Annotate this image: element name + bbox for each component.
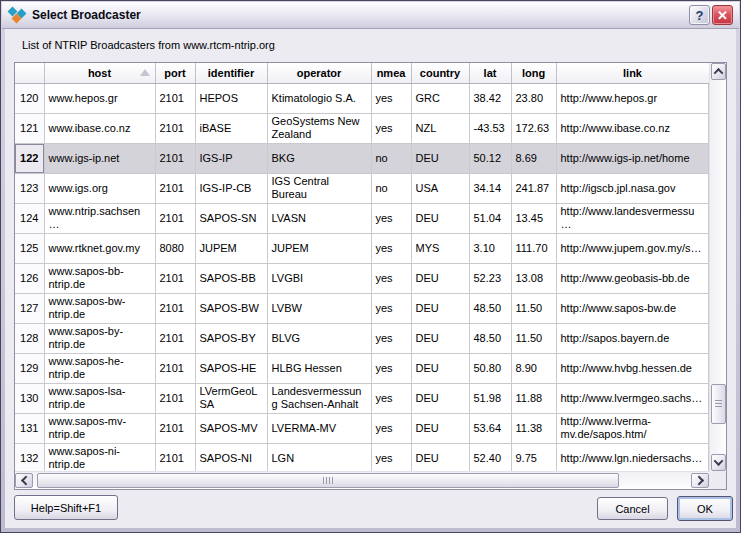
cell-nmea[interactable]: no	[371, 143, 411, 173]
cell-operator[interactable]: LVGBI	[267, 263, 371, 293]
header-identifier[interactable]: identifier	[195, 63, 267, 83]
table-row[interactable]: 130www.sapos-lsa-ntrip.de2101LVermGeoLSA…	[15, 383, 709, 413]
cell-nmea[interactable]: yes	[371, 83, 411, 113]
cell-host[interactable]: www.sapos-he-ntrip.de	[44, 353, 155, 383]
scroll-right-button[interactable]	[691, 473, 709, 488]
cell-link[interactable]: http://www.sapos-bw.de	[556, 293, 709, 323]
cell-operator[interactable]: LGN	[267, 443, 371, 471]
cell-country[interactable]: DEU	[411, 143, 469, 173]
cell-identifier[interactable]: JUPEM	[195, 233, 267, 263]
row-number[interactable]: 120	[15, 83, 44, 113]
cell-link[interactable]: http://www.lvermgeo.sachs…	[556, 383, 709, 413]
cell-country[interactable]: GRC	[411, 83, 469, 113]
row-number[interactable]: 124	[15, 203, 44, 233]
horizontal-scrollbar-thumb[interactable]	[37, 473, 619, 488]
table-row[interactable]: 132www.sapos-ni-ntrip.de2101SAPOS-NILGNy…	[15, 443, 709, 471]
row-number[interactable]: 129	[15, 353, 44, 383]
help-button[interactable]: Help=Shift+F1	[14, 495, 118, 520]
cell-long[interactable]: 11.50	[511, 293, 556, 323]
cell-nmea[interactable]: yes	[371, 323, 411, 353]
vertical-scrollbar-thumb[interactable]	[711, 384, 726, 424]
cell-identifier[interactable]: SAPOS-BY	[195, 323, 267, 353]
cell-host[interactable]: www.ibase.co.nz	[44, 113, 155, 143]
cell-long[interactable]: 172.63	[511, 113, 556, 143]
header-port[interactable]: port	[155, 63, 195, 83]
row-number[interactable]: 127	[15, 293, 44, 323]
header-lat[interactable]: lat	[469, 63, 511, 83]
cell-long[interactable]: 8.90	[511, 353, 556, 383]
row-number[interactable]: 126	[15, 263, 44, 293]
cell-host[interactable]: www.hepos.gr	[44, 83, 155, 113]
cell-long[interactable]: 11.38	[511, 413, 556, 443]
row-number[interactable]: 122	[15, 143, 44, 173]
cell-operator[interactable]: GeoSystems New Zealand	[267, 113, 371, 143]
cell-link[interactable]: http://www.hepos.gr	[556, 83, 709, 113]
cell-operator[interactable]: Ktimatologio S.A.	[267, 83, 371, 113]
cell-operator[interactable]: Landesvermessung Sachsen-Anhalt	[267, 383, 371, 413]
cell-port[interactable]: 2101	[155, 323, 195, 353]
cell-port[interactable]: 2101	[155, 203, 195, 233]
row-number[interactable]: 128	[15, 323, 44, 353]
cell-host[interactable]: www.rtknet.gov.my	[44, 233, 155, 263]
cell-nmea[interactable]: yes	[371, 263, 411, 293]
table-row[interactable]: 122www.igs-ip.net2101IGS-IPBKGnoDEU50.12…	[15, 143, 709, 173]
cell-lat[interactable]: 52.40	[469, 443, 511, 471]
cell-lat[interactable]: -43.53	[469, 113, 511, 143]
cell-port[interactable]: 2101	[155, 113, 195, 143]
cell-long[interactable]: 13.08	[511, 263, 556, 293]
table-row[interactable]: 123www.igs.org2101IGS-IP-CBIGS Central B…	[15, 173, 709, 203]
cell-identifier[interactable]: SAPOS-NI	[195, 443, 267, 471]
cell-port[interactable]: 2101	[155, 83, 195, 113]
cell-nmea[interactable]: yes	[371, 293, 411, 323]
cell-host[interactable]: www.sapos-ni-ntrip.de	[44, 443, 155, 471]
table-row[interactable]: 127www.sapos-bw-ntrip.de2101SAPOS-BWLVBW…	[15, 293, 709, 323]
table-row[interactable]: 131www.sapos-mv-ntrip.de2101SAPOS-MVLVER…	[15, 413, 709, 443]
cell-identifier[interactable]: SAPOS-MV	[195, 413, 267, 443]
cell-host[interactable]: www.sapos-bw-ntrip.de	[44, 293, 155, 323]
cell-link[interactable]: http://www.hvbg.hessen.de	[556, 353, 709, 383]
cell-operator[interactable]: JUPEM	[267, 233, 371, 263]
cell-country[interactable]: DEU	[411, 353, 469, 383]
header-host[interactable]: host	[44, 63, 155, 83]
horizontal-scrollbar[interactable]	[15, 471, 709, 489]
cell-long[interactable]: 8.69	[511, 143, 556, 173]
row-number[interactable]: 123	[15, 173, 44, 203]
header-nmea[interactable]: nmea	[371, 63, 411, 83]
table-row[interactable]: 120www.hepos.gr2101HEPOSKtimatologio S.A…	[15, 83, 709, 113]
cell-nmea[interactable]: yes	[371, 353, 411, 383]
cell-nmea[interactable]: yes	[371, 233, 411, 263]
cancel-button[interactable]: Cancel	[597, 497, 668, 520]
cell-long[interactable]: 23.80	[511, 83, 556, 113]
cell-link[interactable]: http://www.igs-ip.net/home	[556, 143, 709, 173]
cell-port[interactable]: 2101	[155, 383, 195, 413]
header-long[interactable]: long	[511, 63, 556, 83]
cell-link[interactable]: http://sapos.bayern.de	[556, 323, 709, 353]
cell-country[interactable]: DEU	[411, 383, 469, 413]
cell-long[interactable]: 13.45	[511, 203, 556, 233]
header-link[interactable]: link	[556, 63, 709, 83]
cell-country[interactable]: DEU	[411, 413, 469, 443]
scroll-left-button[interactable]	[15, 473, 33, 488]
cell-port[interactable]: 2101	[155, 263, 195, 293]
cell-link[interactable]: http://www.geobasis-bb.de	[556, 263, 709, 293]
cell-link[interactable]: http://www.jupem.gov.my/s…	[556, 233, 709, 263]
cell-lat[interactable]: 51.04	[469, 203, 511, 233]
cell-long[interactable]: 111.70	[511, 233, 556, 263]
cell-host[interactable]: www.sapos-lsa-ntrip.de	[44, 383, 155, 413]
cell-host[interactable]: www.sapos-bb-ntrip.de	[44, 263, 155, 293]
titlebar-help-button[interactable]: ?	[689, 5, 710, 25]
cell-identifier[interactable]: IGS-IP-CB	[195, 173, 267, 203]
cell-port[interactable]: 2101	[155, 443, 195, 471]
table-row[interactable]: 126www.sapos-bb-ntrip.de2101SAPOS-BBLVGB…	[15, 263, 709, 293]
cell-nmea[interactable]: yes	[371, 113, 411, 143]
cell-lat[interactable]: 34.14	[469, 173, 511, 203]
cell-identifier[interactable]: iBASE	[195, 113, 267, 143]
cell-identifier[interactable]: HEPOS	[195, 83, 267, 113]
cell-port[interactable]: 8080	[155, 233, 195, 263]
cell-operator[interactable]: BLVG	[267, 323, 371, 353]
cell-nmea[interactable]: yes	[371, 203, 411, 233]
cell-lat[interactable]: 38.42	[469, 83, 511, 113]
cell-long[interactable]: 11.50	[511, 323, 556, 353]
cell-identifier[interactable]: IGS-IP	[195, 143, 267, 173]
cell-nmea[interactable]: no	[371, 173, 411, 203]
